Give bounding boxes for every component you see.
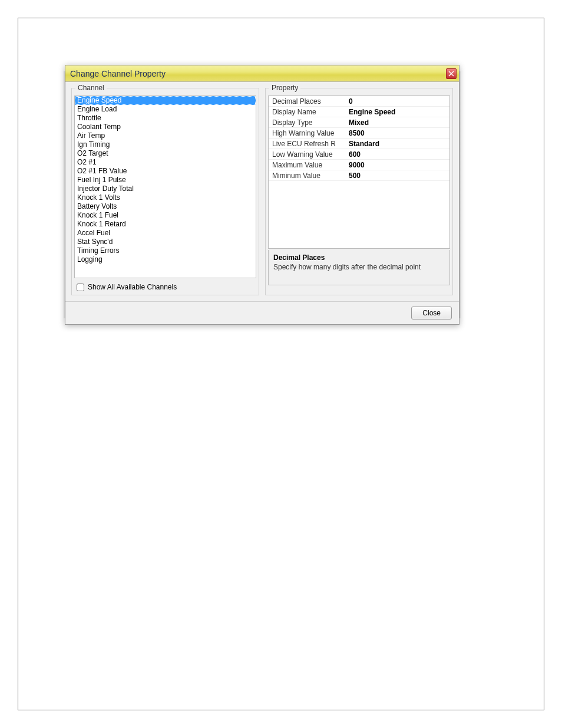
property-label: Miminum Value (269, 172, 345, 180)
list-item[interactable]: Knock 1 Volts (75, 193, 256, 202)
list-item[interactable]: Stat Sync'd (75, 238, 256, 246)
property-label: Display Name (269, 108, 345, 116)
list-item[interactable]: O2 #1 FB Value (75, 167, 256, 176)
property-value[interactable]: Standard (345, 140, 449, 148)
property-value[interactable]: Mixed (345, 118, 449, 127)
window-close-button[interactable] (446, 68, 457, 79)
list-item[interactable]: Injector Duty Total (75, 185, 256, 193)
property-value[interactable]: 600 (345, 150, 449, 159)
list-item[interactable]: O2 #1 (75, 158, 256, 167)
property-panel: Property Decimal Places0Display NameEngi… (265, 88, 453, 295)
property-label: Live ECU Refresh R (269, 140, 345, 148)
property-row[interactable]: Decimal Places0 (269, 96, 449, 107)
list-item[interactable]: Logging (75, 255, 256, 264)
list-item[interactable]: Timing Errors (75, 246, 256, 255)
show-all-channels-label: Show All Available Channels (88, 283, 177, 291)
close-button[interactable]: Close (411, 307, 452, 319)
list-item[interactable]: Knock 1 Fuel (75, 211, 256, 220)
list-item[interactable]: Engine Speed (75, 96, 256, 105)
list-item[interactable]: Engine Load (75, 105, 256, 114)
property-value[interactable]: 500 (345, 172, 449, 180)
decor-shadow (459, 71, 461, 318)
show-all-channels-checkbox-row[interactable]: Show All Available Channels (73, 281, 257, 294)
property-row[interactable]: Display NameEngine Speed (269, 107, 449, 117)
property-label: Display Type (269, 118, 345, 127)
property-value[interactable]: 8500 (345, 129, 449, 137)
dialog-body: Channel Engine SpeedEngine LoadThrottleC… (65, 82, 459, 301)
property-label: Low Warning Value (269, 150, 345, 159)
property-row[interactable]: Miminum Value500 (269, 170, 449, 181)
list-item[interactable]: O2 Target (75, 149, 256, 158)
property-label: Decimal Places (269, 97, 345, 106)
show-all-channels-checkbox[interactable] (77, 284, 84, 291)
channel-listbox[interactable]: Engine SpeedEngine LoadThrottleCoolant T… (74, 95, 256, 278)
list-item[interactable]: Coolant Temp (75, 123, 256, 131)
property-description-title: Decimal Places (273, 253, 445, 262)
channel-panel-label: Channel (75, 84, 107, 92)
property-row[interactable]: High Warning Value8500 (269, 128, 449, 139)
property-value[interactable]: 0 (345, 97, 449, 106)
list-item[interactable]: Fuel Inj 1 Pulse (75, 176, 256, 185)
list-item[interactable]: Throttle (75, 114, 256, 123)
property-label: High Warning Value (269, 129, 345, 137)
property-label: Maximum Value (269, 161, 345, 169)
list-item[interactable]: Air Temp (75, 131, 256, 140)
property-grid[interactable]: Decimal Places0Display NameEngine SpeedD… (268, 95, 450, 249)
list-item[interactable]: Accel Fuel (75, 229, 256, 238)
property-description-text: Specify how many digits after the decima… (273, 263, 445, 271)
close-icon (448, 71, 454, 77)
decor-shadow (63, 71, 65, 318)
list-item[interactable]: Ign Timing (75, 140, 256, 149)
property-value[interactable]: Engine Speed (345, 108, 449, 116)
property-row[interactable]: Live ECU Refresh RStandard (269, 139, 449, 149)
titlebar: Change Channel Property (65, 65, 459, 82)
change-channel-property-dialog: Change Channel Property Channel Engine S… (65, 65, 459, 325)
list-item[interactable]: Knock 1 Retard (75, 220, 256, 229)
property-panel-label: Property (269, 84, 300, 92)
property-value[interactable]: 9000 (345, 161, 449, 169)
window-title: Change Channel Property (70, 69, 166, 78)
property-row[interactable]: Display TypeMixed (269, 117, 449, 128)
property-description-box: Decimal Places Specify how many digits a… (268, 250, 450, 285)
channel-panel: Channel Engine SpeedEngine LoadThrottleC… (71, 88, 259, 295)
property-row[interactable]: Maximum Value9000 (269, 160, 449, 170)
list-item[interactable]: Battery Volts (75, 202, 256, 211)
property-row[interactable]: Low Warning Value600 (269, 149, 449, 160)
dialog-footer: Close (65, 301, 459, 324)
